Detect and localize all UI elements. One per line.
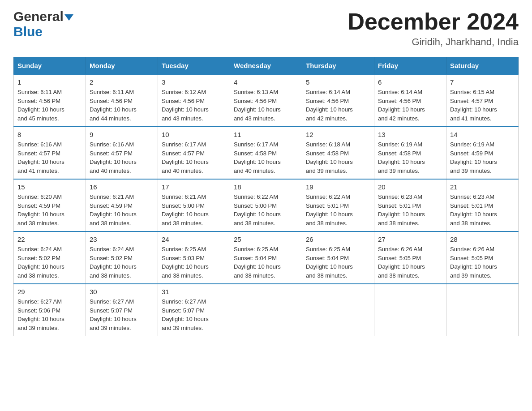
day-info: Sunrise: 6:17 AM Sunset: 4:57 PM Dayligh… — [162, 140, 226, 175]
sunset-label: Sunset: — [306, 255, 327, 261]
sunrise-label: Sunrise: — [378, 193, 401, 200]
sunset-value: 4:56 PM — [327, 98, 349, 104]
calendar-cell: 25 Sunrise: 6:25 AM Sunset: 5:04 PM Dayl… — [230, 231, 302, 284]
logo-general-text: General — [13, 9, 73, 24]
day-number: 3 — [162, 78, 226, 86]
sunrise-value: 6:19 AM — [473, 141, 494, 148]
day-number: 20 — [378, 183, 442, 191]
calendar-cell: 30 Sunrise: 6:27 AM Sunset: 5:07 PM Dayl… — [86, 284, 158, 336]
day-info: Sunrise: 6:26 AM Sunset: 5:05 PM Dayligh… — [450, 245, 515, 280]
sunrise-label: Sunrise: — [162, 141, 184, 148]
daylight-label: Daylight: — [450, 158, 474, 165]
sunrise-value: 6:23 AM — [473, 193, 494, 200]
sunrise-value: 6:21 AM — [184, 193, 206, 200]
calendar-cell: 10 Sunrise: 6:17 AM Sunset: 4:57 PM Dayl… — [158, 127, 230, 179]
sunrise-label: Sunrise: — [17, 193, 40, 200]
sunset-label: Sunset: — [234, 255, 255, 261]
sunset-value: 5:00 PM — [255, 202, 277, 209]
day-info: Sunrise: 6:11 AM Sunset: 4:56 PM Dayligh… — [90, 88, 154, 123]
daylight-label: Daylight: — [234, 106, 258, 113]
sunset-value: 5:02 PM — [39, 255, 60, 261]
sunset-value: 4:56 PM — [399, 98, 421, 104]
daylight-label: Daylight: — [378, 211, 402, 218]
sunset-value: 5:07 PM — [183, 307, 205, 314]
calendar-cell: 18 Sunrise: 6:22 AM Sunset: 5:00 PM Dayl… — [230, 179, 302, 231]
logo: General Blue — [13, 9, 73, 39]
col-header-wednesday: Wednesday — [230, 57, 302, 75]
sunset-value: 4:56 PM — [255, 98, 277, 104]
day-number: 23 — [90, 235, 154, 243]
sunset-label: Sunset: — [306, 150, 327, 157]
sunset-label: Sunset: — [17, 255, 39, 261]
sunset-value: 5:04 PM — [327, 255, 349, 261]
sunset-value: 4:57 PM — [472, 98, 493, 104]
sunset-value: 4:59 PM — [39, 202, 60, 209]
sunset-label: Sunset: — [162, 202, 183, 209]
sunrise-label: Sunrise: — [234, 193, 257, 200]
day-info: Sunrise: 6:22 AM Sunset: 5:00 PM Dayligh… — [234, 193, 298, 227]
daylight-label: Daylight: — [234, 263, 258, 270]
daylight-label: Daylight: — [17, 211, 42, 218]
col-header-sunday: Sunday — [14, 57, 86, 75]
col-header-friday: Friday — [374, 57, 446, 75]
sunrise-label: Sunrise: — [450, 246, 473, 253]
logo-triangle-icon — [64, 14, 73, 21]
sunrise-label: Sunrise: — [306, 246, 329, 253]
sunset-value: 5:06 PM — [39, 307, 60, 314]
day-info: Sunrise: 6:19 AM Sunset: 4:59 PM Dayligh… — [450, 140, 515, 175]
sunset-label: Sunset: — [17, 98, 39, 104]
day-info: Sunrise: 6:13 AM Sunset: 4:56 PM Dayligh… — [234, 88, 298, 123]
daylight-label: Daylight: — [162, 263, 186, 270]
sunrise-value: 6:11 AM — [40, 89, 62, 95]
day-number: 16 — [90, 183, 154, 191]
sunset-value: 5:07 PM — [111, 307, 133, 314]
calendar-subtitle: Giridih, Jharkhand, India — [348, 36, 519, 48]
day-info: Sunrise: 6:25 AM Sunset: 5:03 PM Dayligh… — [162, 245, 226, 280]
sunset-label: Sunset: — [162, 255, 183, 261]
daylight-label: Daylight: — [90, 316, 114, 322]
sunrise-label: Sunrise: — [90, 89, 112, 95]
sunrise-label: Sunrise: — [306, 89, 329, 95]
sunrise-label: Sunrise: — [234, 141, 257, 148]
sunrise-label: Sunrise: — [90, 141, 112, 148]
sunset-value: 4:58 PM — [327, 150, 349, 157]
sunrise-value: 6:17 AM — [257, 141, 278, 148]
sunrise-value: 6:26 AM — [473, 246, 494, 253]
day-number: 14 — [450, 131, 515, 138]
sunrise-value: 6:27 AM — [184, 298, 206, 305]
day-info: Sunrise: 6:18 AM Sunset: 4:58 PM Dayligh… — [306, 140, 370, 175]
calendar-cell: 16 Sunrise: 6:21 AM Sunset: 4:59 PM Dayl… — [86, 179, 158, 231]
day-info: Sunrise: 6:21 AM Sunset: 5:00 PM Dayligh… — [162, 193, 226, 227]
col-header-thursday: Thursday — [302, 57, 374, 75]
calendar-cell: 14 Sunrise: 6:19 AM Sunset: 4:59 PM Dayl… — [446, 127, 519, 179]
day-number: 10 — [162, 131, 226, 138]
daylight-label: Daylight: — [162, 158, 186, 165]
calendar-cell: 8 Sunrise: 6:16 AM Sunset: 4:57 PM Dayli… — [14, 127, 86, 179]
sunset-value: 5:02 PM — [111, 255, 133, 261]
sunset-label: Sunset: — [90, 255, 111, 261]
sunrise-value: 6:12 AM — [184, 89, 206, 95]
sunrise-label: Sunrise: — [450, 89, 473, 95]
week-row-2: 8 Sunrise: 6:16 AM Sunset: 4:57 PM Dayli… — [14, 127, 519, 179]
calendar-cell: 22 Sunrise: 6:24 AM Sunset: 5:02 PM Dayl… — [14, 231, 86, 284]
sunrise-label: Sunrise: — [162, 298, 184, 305]
sunrise-value: 6:25 AM — [329, 246, 350, 253]
calendar-cell: 9 Sunrise: 6:16 AM Sunset: 4:57 PM Dayli… — [86, 127, 158, 179]
day-info: Sunrise: 6:16 AM Sunset: 4:57 PM Dayligh… — [17, 140, 82, 175]
sunset-value: 5:00 PM — [183, 202, 205, 209]
sunrise-label: Sunrise: — [162, 89, 184, 95]
sunrise-label: Sunrise: — [162, 193, 184, 200]
sunset-value: 5:01 PM — [327, 202, 349, 209]
day-info: Sunrise: 6:27 AM Sunset: 5:07 PM Dayligh… — [90, 297, 154, 332]
day-info: Sunrise: 6:23 AM Sunset: 5:01 PM Dayligh… — [450, 193, 515, 227]
day-number: 1 — [17, 78, 82, 86]
sunrise-value: 6:21 AM — [112, 193, 134, 200]
calendar-cell: 28 Sunrise: 6:26 AM Sunset: 5:05 PM Dayl… — [446, 231, 519, 284]
calendar-cell: 29 Sunrise: 6:27 AM Sunset: 5:06 PM Dayl… — [14, 284, 86, 336]
sunrise-value: 6:16 AM — [40, 141, 62, 148]
daylight-label: Daylight: — [90, 158, 114, 165]
sunrise-value: 6:11 AM — [112, 89, 134, 95]
sunrise-label: Sunrise: — [17, 246, 40, 253]
sunset-label: Sunset: — [17, 202, 39, 209]
day-info: Sunrise: 6:14 AM Sunset: 4:56 PM Dayligh… — [378, 88, 442, 123]
